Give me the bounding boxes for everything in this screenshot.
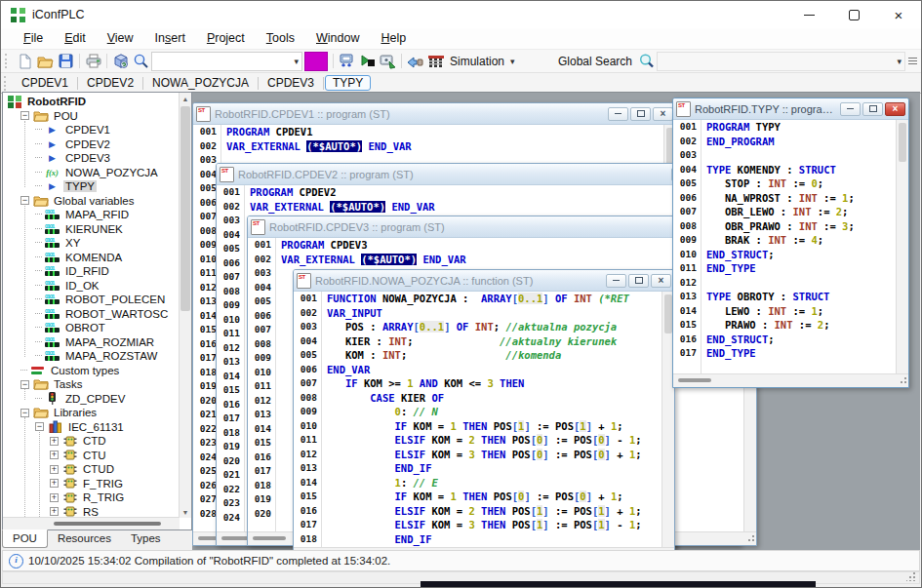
code-line[interactable]: 013 END_IF (294, 461, 674, 476)
tree-item-global-variables[interactable]: −Global variables (4, 194, 179, 209)
code-line[interactable]: 016 ELSIF KOM = 2 THEN POS[1] := POS[1] … (294, 504, 674, 519)
vscroll-thumb[interactable] (664, 294, 672, 333)
code-line[interactable]: 007 OBR_LEWO : INT := 2; (673, 205, 908, 219)
code-line[interactable]: 013TYPE OBROTY : STRUCT (673, 290, 908, 304)
code-line[interactable]: 016END_STRUCT; (673, 333, 908, 347)
vscroll-thumb[interactable] (899, 123, 906, 162)
document-tab-typy[interactable]: TYPY (325, 75, 371, 91)
new-document-button[interactable] (15, 52, 35, 70)
editor-vertical-scrollbar[interactable] (896, 120, 908, 374)
tree-hscroll-thumb[interactable] (54, 522, 161, 526)
code-line[interactable]: 001FUNCTION NOWA_POZYCJA : ARRAY[0..1] O… (294, 292, 674, 306)
tree-item-ctu[interactable]: +CTU (4, 449, 179, 463)
expand-icon[interactable]: + (50, 507, 59, 516)
code-line[interactable]: 009 0: // N (294, 405, 674, 419)
expand-icon[interactable]: + (50, 493, 59, 502)
connect-plc-button[interactable] (405, 52, 425, 70)
document-tab-cpdev3[interactable]: CPDEV3 (260, 75, 322, 91)
collapse-icon[interactable]: − (35, 422, 44, 431)
tree-item-mapa-rozstaw[interactable]: 0101MAPA_ROZSTAW (4, 349, 179, 364)
tree-item-ctd[interactable]: +CTD (4, 434, 179, 449)
window-maximize-button[interactable] (628, 274, 649, 288)
code-line[interactable]: 002VAR_EXTERNAL (*$AUTO*) END_VAR (217, 200, 740, 215)
collapse-icon[interactable]: − (20, 409, 29, 417)
code-line[interactable]: 007 IF KOM >= 1 AND KOM <= 3 THEN (294, 376, 674, 391)
code-line[interactable]: 017 ELSIF KOM = 3 THEN POS[1] := POS[1] … (294, 518, 674, 532)
toolbar-combobox[interactable]: ▾ (151, 52, 302, 71)
open-button[interactable] (35, 52, 56, 70)
expand-icon[interactable]: + (50, 451, 59, 459)
code-line[interactable]: 002VAR_INPUT (294, 306, 674, 321)
tree-item-custom-types[interactable]: Custom types (4, 364, 179, 378)
menu-item-window[interactable]: Window (305, 29, 370, 48)
window-close-button[interactable]: × (653, 107, 673, 121)
document-tab-cpdev1[interactable]: CPDEV1 (14, 75, 76, 91)
toolbar-grip[interactable] (5, 54, 12, 68)
code-line[interactable]: 006 NA_WPROST : INT := 1; (673, 191, 908, 206)
tree-item-komenda[interactable]: 0101KOMENDA (4, 251, 179, 265)
tree-horizontal-scrollbar[interactable] (3, 517, 180, 529)
tree-item-ctud[interactable]: +CTUD (4, 462, 179, 477)
editor-window-titlebar[interactable]: STRobotRFID.TYPY :: program (ST)× (673, 98, 908, 120)
code-line[interactable]: 005 STOP : INT := 0; (673, 176, 908, 191)
expand-icon[interactable]: + (50, 437, 59, 446)
panel-tab-types[interactable]: Types (121, 530, 171, 547)
code-line[interactable]: 003 (673, 148, 908, 163)
editor-window-titlebar[interactable]: STRobotRFID.CPDEV1 :: program (ST)× (193, 103, 676, 125)
code-line[interactable]: 001PROGRAM TYPY (673, 120, 908, 135)
code-editor[interactable]: 001FUNCTION NOWA_POZYCJA : ARRAY[0..1] O… (294, 292, 674, 551)
collapse-icon[interactable]: − (20, 196, 29, 205)
build-download-button[interactable] (337, 52, 357, 70)
tree-item-obrot[interactable]: 0101OBROT (4, 321, 179, 335)
tree-item-iec-61131[interactable]: −IEC_61131 (4, 420, 179, 435)
code-line[interactable]: 008 CASE KIER OF (294, 391, 674, 406)
tree-item-f-trig[interactable]: +F_TRIG (4, 477, 179, 491)
code-line[interactable]: 015 IF KOM = 1 THEN POS[0] := POS[0] + 1… (294, 490, 674, 504)
tree-item-cpdev1[interactable]: ▶CPDEV1 (4, 123, 179, 137)
tree-item-rs[interactable]: +RS (4, 505, 179, 518)
maximize-button[interactable] (831, 1, 876, 28)
editor-window-titlebar[interactable]: STRobotRFID.NOWA_POZYCJA :: function (ST… (294, 270, 674, 292)
window-close-button[interactable]: × (885, 102, 905, 116)
window-minimize-button[interactable] (606, 274, 626, 288)
code-line[interactable]: 010END_STRUCT; (673, 248, 908, 262)
tree-item-robot-polecen[interactable]: 0101ROBOT_POLECEN (4, 293, 179, 307)
tree-item-id-ok[interactable]: 0101ID_OK (4, 279, 179, 294)
window-maximize-button[interactable] (630, 107, 651, 121)
code-line[interactable]: 014 1: // E (294, 476, 674, 490)
toolbar-overflow-button[interactable] (907, 58, 918, 64)
simulation-dropdown-arrow[interactable]: ▾ (510, 57, 515, 66)
simulation-grid-button[interactable] (425, 52, 446, 70)
window-resize-grip[interactable] (899, 377, 906, 385)
code-line[interactable]: 004 KIER : INT; //aktualny kierunek (294, 334, 674, 349)
tree-vertical-scrollbar[interactable]: ▲ ▼ (179, 93, 191, 518)
code-line[interactable]: 001PROGRAM CPDEV1 (193, 125, 676, 139)
menu-item-edit[interactable]: Edit (54, 29, 97, 48)
code-line[interactable]: 012 ELSIF KOM = 3 THEN POS[0] := POS[0] … (294, 448, 674, 462)
tree-item-id-rfid[interactable]: 0101ID_RFID (4, 264, 179, 279)
tree-item-cpdev2[interactable]: ▶CPDEV2 (4, 137, 179, 152)
tree-item-xy[interactable]: 0101XY (4, 236, 179, 251)
panel-tab-pou[interactable]: POU (2, 529, 48, 548)
run-stop-button[interactable] (357, 52, 378, 70)
code-line[interactable]: 002END_PROGRAM (673, 135, 908, 149)
code-line[interactable]: 001PROGRAM CPDEV2 (217, 185, 740, 200)
code-editor[interactable]: 001PROGRAM TYPY002END_PROGRAM003004TYPE … (673, 120, 908, 387)
window-resize-grip[interactable] (746, 535, 754, 543)
compile-package-button[interactable] (110, 52, 131, 70)
panel-tab-resources[interactable]: Resources (48, 530, 121, 547)
tree-item-robot-wartosc[interactable]: 0101ROBOT_WARTOSC (4, 307, 179, 322)
tree-item-zd-cpdev[interactable]: ZD_CPDEV (4, 392, 179, 407)
window-minimize-button[interactable] (840, 102, 861, 116)
window-close-button[interactable]: × (651, 274, 671, 288)
global-search-button[interactable] (636, 52, 657, 70)
tree-item-kierunek[interactable]: 0101KIERUNEK (4, 222, 179, 237)
document-tab-cpdev2[interactable]: CPDEV2 (79, 75, 141, 91)
tree-item-libraries[interactable]: −Libraries (4, 406, 179, 420)
global-search-input[interactable]: ▾ (657, 52, 905, 71)
tabstrip-grip[interactable] (4, 76, 11, 91)
collapse-icon[interactable]: − (20, 111, 29, 120)
editor-horizontal-scrollbar[interactable] (673, 373, 908, 387)
menu-item-project[interactable]: Project (196, 29, 256, 48)
window-maximize-button[interactable] (862, 102, 883, 116)
